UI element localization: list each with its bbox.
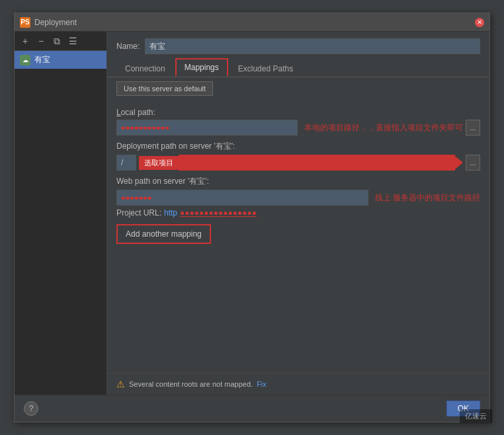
tab-mappings[interactable]: Mappings bbox=[175, 58, 228, 77]
help-button[interactable]: ? bbox=[24, 401, 38, 416]
dialog-footer: ? OK bbox=[15, 395, 489, 422]
deployment-path-arrow: 选取项目 bbox=[139, 155, 463, 171]
remove-server-button[interactable]: − bbox=[34, 34, 48, 48]
local-path-input-wrapper: ●●●●●●●●●●● bbox=[116, 120, 298, 136]
name-input[interactable] bbox=[145, 38, 480, 54]
warning-icon: ⚠ bbox=[116, 379, 125, 389]
window-title: Deployment bbox=[34, 18, 77, 27]
arrow-head bbox=[455, 156, 463, 169]
web-path-value: ●●●●●●● bbox=[121, 194, 152, 202]
app-icon: PS bbox=[20, 17, 30, 28]
local-path-label: Local path: bbox=[116, 108, 480, 117]
tab-connection[interactable]: Connection bbox=[116, 60, 174, 77]
status-bar: ⚠ Several content roots are not mapped. … bbox=[107, 373, 489, 395]
web-path-label: Web path on server '有宝': bbox=[116, 176, 480, 187]
deployment-path-input[interactable] bbox=[116, 155, 136, 171]
use-default-button[interactable]: Use this server as default bbox=[116, 81, 213, 96]
title-controls: ✕ bbox=[475, 18, 484, 27]
deployment-dialog: PS Deployment ✕ + − ⧉ ☰ ☁ 有宝 Nam bbox=[14, 13, 490, 422]
web-path-row: ●●●●●●● 线上 服务器中的项目文件路径 bbox=[116, 190, 480, 206]
local-path-row: ●●●●●●●●●●● 本地的项目路径，，直接指入项目文件夹即可 ... bbox=[116, 120, 480, 136]
project-url-label: Project URL: bbox=[116, 208, 161, 218]
deployment-path-label: Deployment path on server '有宝': bbox=[116, 141, 480, 152]
project-url-link[interactable]: http bbox=[164, 208, 177, 218]
panel-content: Use this server as default Local path: ●… bbox=[107, 81, 489, 373]
name-row: Name: bbox=[107, 32, 489, 58]
main-panel: Name: Connection Mappings Excluded Paths… bbox=[107, 32, 489, 395]
add-server-button[interactable]: + bbox=[19, 34, 32, 48]
arrow-line bbox=[179, 155, 455, 171]
sidebar-toolbar: + − ⧉ ☰ bbox=[15, 32, 106, 51]
deployment-path-row: 选取项目 ... bbox=[116, 155, 480, 171]
local-path-value: ●●●●●●●●●●● bbox=[121, 124, 169, 132]
watermark: 亿速云 bbox=[460, 409, 492, 423]
name-label: Name: bbox=[116, 42, 140, 51]
web-path-input-wrapper: ●●●●●●● bbox=[116, 190, 368, 206]
status-text: Several content roots are not mapped. bbox=[129, 380, 253, 388]
close-button[interactable]: ✕ bbox=[475, 18, 484, 27]
add-mapping-button[interactable]: Add another mapping bbox=[116, 224, 211, 244]
server-icon: ☁ bbox=[20, 55, 30, 65]
title-bar: PS Deployment ✕ bbox=[15, 13, 489, 32]
local-path-browse-button[interactable]: ... bbox=[466, 120, 480, 136]
tab-excluded-paths[interactable]: Excluded Paths bbox=[230, 60, 302, 77]
project-url-row: Project URL: http ●●●●●●●●●●●●●●●● bbox=[116, 208, 480, 218]
web-path-annotation: 线上 服务器中的项目文件路径 bbox=[375, 192, 480, 204]
project-url-value: ●●●●●●●●●●●●●●●● bbox=[180, 208, 257, 218]
sidebar-item-label: 有宝 bbox=[34, 54, 50, 65]
deployment-path-browse-button[interactable]: ... bbox=[466, 155, 480, 171]
sidebar: + − ⧉ ☰ ☁ 有宝 bbox=[15, 32, 107, 395]
fix-link[interactable]: Fix bbox=[257, 380, 267, 388]
settings-server-button[interactable]: ☰ bbox=[66, 34, 79, 48]
deployment-annotation: 选取项目 bbox=[139, 156, 179, 170]
local-path-annotation: 本地的项目路径，，直接指入项目文件夹即可 bbox=[304, 122, 463, 134]
copy-server-button[interactable]: ⧉ bbox=[50, 34, 63, 48]
tabs-row: Connection Mappings Excluded Paths bbox=[107, 58, 489, 77]
sidebar-item-youbao[interactable]: ☁ 有宝 bbox=[15, 51, 106, 69]
dialog-content: + − ⧉ ☰ ☁ 有宝 Name: Connection bbox=[15, 32, 489, 395]
